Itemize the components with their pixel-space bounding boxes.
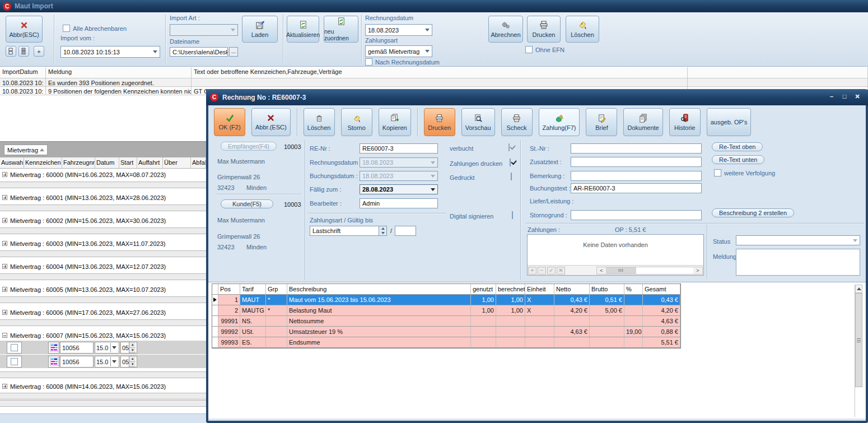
- st-nr-field[interactable]: [571, 143, 702, 154]
- re-text-unten-button[interactable]: Re-Text unten: [712, 155, 764, 164]
- spinner-control[interactable]: ▲▼: [129, 342, 136, 353]
- aktualisieren-button[interactable]: Aktualisieren: [287, 16, 319, 43]
- contract-group-row-expanded[interactable]: Mietvertrag : 60007 (MIN=15.06.2023, MAX…: [0, 331, 206, 340]
- scheck-button[interactable]: Scheck: [501, 108, 533, 136]
- laden-button[interactable]: Laden: [242, 16, 278, 43]
- col-meldung[interactable]: Meldung: [46, 67, 192, 78]
- re-nr-field[interactable]: RE60007-3: [360, 143, 438, 154]
- scroll-thumb[interactable]: [855, 293, 862, 387]
- abort-button[interactable]: Abbr(ESC): [6, 16, 43, 43]
- bemerkung-field[interactable]: [571, 171, 702, 181]
- collapse-all-button[interactable]: [6, 46, 16, 57]
- expand-icon[interactable]: [2, 241, 7, 246]
- position-row[interactable]: 99993 ES. Endsumme 5,51 €: [212, 337, 680, 348]
- col-genutzt[interactable]: genutzt: [471, 284, 496, 295]
- child-icon-cell[interactable]: [48, 342, 59, 354]
- ok-button[interactable]: OK (F2): [214, 108, 245, 136]
- faellig-field[interactable]: 28.08.2023: [360, 184, 438, 194]
- child-checkbox[interactable]: [11, 358, 18, 365]
- browse-button[interactable]: ...: [229, 47, 238, 57]
- empfaenger-button[interactable]: Empfänger(F4): [221, 142, 277, 151]
- position-row[interactable]: 2 MAUTG * Belastung Maut 1,00 1,00 X 4,2…: [212, 305, 680, 316]
- loeschen-dialog-button[interactable]: Löschen: [304, 108, 335, 136]
- drucken-dialog-button[interactable]: Drucken: [424, 108, 455, 136]
- contract-group-row[interactable]: Mietvertrag : 60003 (MIN=13.06.2023, MAX…: [0, 239, 206, 248]
- col-einheit[interactable]: Einheit: [525, 284, 554, 295]
- ausgeb-ops-button[interactable]: ausgeb. OP's: [707, 108, 752, 136]
- contract-child-row[interactable]: 10056 15.0 05 ▲▼: [0, 355, 206, 369]
- contract-group-row[interactable]: Mietvertrag : 60004 (MIN=13.06.2023, MAX…: [0, 262, 206, 271]
- contract-group-row[interactable]: Mietvertrag : 60000 (MIN=16.06.2023, MAX…: [0, 170, 206, 179]
- abrechnen-button[interactable]: Abrechnen: [488, 16, 523, 43]
- buchungstext-field[interactable]: AR-RE60007-3: [571, 183, 702, 193]
- import-art-combo[interactable]: [170, 24, 238, 36]
- abort-dialog-button[interactable]: Abbr.(ESC): [251, 108, 291, 136]
- col-netto[interactable]: Netto: [554, 284, 590, 295]
- col-datum[interactable]: Datum: [95, 157, 119, 168]
- contract-group-row[interactable]: Mietvertrag : 60001 (MIN=13.06.2023, MAX…: [0, 193, 206, 202]
- dateiname-input[interactable]: C:\Users\alena\Desk: [170, 47, 228, 57]
- alle-abrechenbaren-checkbox[interactable]: [63, 25, 70, 32]
- expand-all-button[interactable]: [18, 46, 29, 57]
- contracts-hscrollbar[interactable]: [0, 413, 206, 423]
- brief-button[interactable]: Brief: [586, 108, 617, 136]
- chevron-down-icon[interactable]: [110, 343, 118, 352]
- weitere-verfolgung-checkbox[interactable]: [714, 169, 721, 176]
- dokumente-button[interactable]: Dokumente: [623, 108, 662, 136]
- col-pos[interactable]: Pos: [218, 284, 240, 295]
- ohne-efn-checkbox[interactable]: [525, 46, 533, 53]
- scroll-right-icon[interactable]: >: [693, 267, 702, 274]
- rechnungsdatum-combo[interactable]: 18.08.2023: [365, 24, 432, 36]
- col-text[interactable]: Text oder betroffene Kennzeichen,Fahrzeu…: [192, 67, 688, 78]
- col-gesamt[interactable]: Gesamt: [643, 284, 680, 295]
- gueltig-bis-field[interactable]: [395, 226, 416, 236]
- col-berechnet[interactable]: berechnet: [496, 284, 525, 295]
- maximize-button[interactable]: □: [841, 93, 848, 100]
- digital-signieren-checkbox[interactable]: [512, 211, 513, 219]
- position-row[interactable]: 99992 USt. Umsatzsteuer 19 % 4,63 € 19,0…: [212, 327, 680, 337]
- kopieren-button[interactable]: Kopieren: [379, 108, 411, 136]
- collapse-icon[interactable]: [2, 333, 7, 338]
- gedruckt-checkbox[interactable]: [511, 173, 512, 180]
- positions-vscrollbar[interactable]: [855, 285, 862, 417]
- position-row[interactable]: 99991 NS. Nettosumme 4,63 €: [212, 316, 680, 327]
- close-button[interactable]: ✕: [853, 93, 861, 100]
- zusatztext-field[interactable]: [571, 157, 702, 167]
- col-grp[interactable]: Grp: [266, 284, 287, 295]
- contract-group-row[interactable]: Mietvertrag : 60002 (MIN=15.06.2023, MAX…: [0, 216, 206, 225]
- child-fahrzeugnr-field[interactable]: 10056: [60, 356, 94, 368]
- expand-icon[interactable]: [2, 384, 7, 389]
- child-checkbox[interactable]: [11, 344, 18, 351]
- group-field-chip[interactable]: Mietvertrag: [4, 145, 48, 155]
- child-icon-cell[interactable]: [48, 356, 59, 368]
- chevron-down-icon[interactable]: [110, 357, 118, 366]
- child-spin-field[interactable]: 05 ▲▼: [120, 356, 137, 368]
- bearbeiter-field[interactable]: Admin: [360, 198, 438, 208]
- expand-icon[interactable]: [2, 218, 7, 223]
- expand-icon[interactable]: [2, 172, 7, 177]
- spinner-control[interactable]: [379, 226, 386, 235]
- child-spin-field[interactable]: 05 ▲▼: [120, 342, 137, 354]
- col-tarif[interactable]: Tarif: [240, 284, 266, 295]
- import-vom-combo[interactable]: 10.08.2023 10:15:13: [60, 46, 160, 58]
- contract-child-row[interactable]: 10056 15.0 05 ▲▼: [0, 341, 206, 355]
- vorschau-button[interactable]: Vorschau: [461, 108, 495, 136]
- zahlungen-drucken-checkbox[interactable]: [510, 159, 511, 166]
- col-ueber[interactable]: Über: [163, 157, 191, 168]
- payments-hscrollbar[interactable]: < III >: [596, 267, 703, 275]
- expand-icon[interactable]: [2, 195, 7, 200]
- contract-group-row[interactable]: Mietvertrag : 60008 (MIN=14.06.2023, MAX…: [0, 382, 206, 391]
- minimize-button[interactable]: –: [828, 93, 836, 100]
- rechnungsdatum-dlg-field[interactable]: 18.08.2023: [360, 157, 438, 168]
- add-button[interactable]: +: [34, 46, 44, 57]
- scroll-left-icon[interactable]: <: [597, 267, 606, 274]
- expand-icon[interactable]: [2, 264, 7, 269]
- status-dropdown[interactable]: [736, 235, 860, 245]
- historie-button[interactable]: Historie: [669, 108, 701, 136]
- beschreibung2-button[interactable]: Beschreibung 2 erstellen: [712, 208, 794, 217]
- contract-group-row[interactable]: Mietvertrag : 60006 (MIN=17.06.2023, MAX…: [0, 308, 206, 317]
- nav-confirm-button[interactable]: ✓: [547, 267, 556, 275]
- expand-icon[interactable]: [2, 287, 7, 292]
- spinner-control[interactable]: ▲▼: [129, 356, 136, 367]
- col-prozent[interactable]: %: [624, 284, 643, 295]
